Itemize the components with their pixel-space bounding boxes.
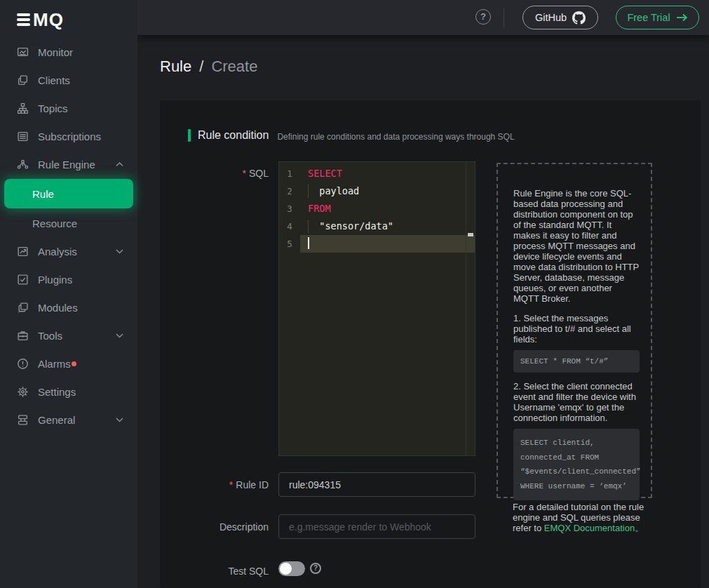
sidebar-item-label: General (38, 414, 75, 426)
editor-scrollbar[interactable] (466, 162, 475, 455)
rule-id-input[interactable] (278, 472, 475, 497)
general-icon (17, 414, 29, 426)
help-icon[interactable]: ? (475, 9, 491, 25)
breadcrumb-separator: / (199, 58, 203, 76)
github-button[interactable]: GitHub (522, 6, 598, 29)
sidebar-item-analysis[interactable]: Analysis (0, 237, 137, 265)
test-sql-label: Test SQL (160, 566, 269, 577)
top-header: ? GitHub Free Trial (137, 0, 709, 35)
help-step2-text: 2. Select the client connected event and… (513, 381, 640, 423)
sidebar: MQ Monitor Clients Topics Subscriptions (0, 0, 137, 588)
emq-logo[interactable]: MQ (0, 0, 137, 35)
modules-icon (17, 302, 29, 314)
sidebar-item-settings[interactable]: Settings (0, 377, 137, 406)
sql-code-editor[interactable]: 1 SELECT 2 payload 3 FROM 4 "sensor/data… (278, 161, 475, 456)
help-step1-text: 1. Select the messages published to t/# … (513, 313, 640, 345)
sidebar-item-label: Clients (38, 74, 70, 86)
breadcrumb: Rule / Create (160, 58, 257, 76)
sidebar-item-label: Modules (38, 302, 78, 314)
line-number: 2 (279, 182, 300, 200)
help-intro-text: Rule Engine is the core SQL-based data p… (513, 188, 640, 304)
editor-line-active: 5 (279, 235, 475, 253)
section-header: Rule condition Defining rule conditions … (188, 129, 515, 142)
chevron-down-icon (116, 417, 123, 422)
analysis-icon (17, 246, 29, 258)
description-input[interactable] (278, 514, 475, 539)
sidebar-item-label: Subscriptions (38, 131, 101, 142)
sidebar-item-label: Analysis (38, 246, 77, 258)
line-number: 1 (279, 165, 300, 182)
sidebar-item-plugins[interactable]: Plugins (0, 265, 137, 293)
free-trial-label: Free Trial (627, 12, 670, 23)
editor-line: 2 payload (279, 182, 475, 200)
sql-example-1: SELECT * FROM “t/#” (513, 350, 640, 373)
sidebar-item-rule-engine[interactable]: Rule Engine (0, 150, 137, 178)
sidebar-item-modules[interactable]: Modules (0, 293, 137, 321)
section-accent-bar (188, 129, 191, 142)
sql-example-2-line: WHERE username = ‘emqx’ (520, 479, 633, 494)
emqx-documentation-link[interactable]: EMQX Documentation。 (544, 523, 644, 533)
sidebar-nav: Monitor Clients Topics Subscriptions Rul (0, 38, 137, 434)
sql-example-2-line: “$events/client_connected” (520, 465, 633, 479)
section-title: Rule condition (198, 129, 269, 142)
required-asterisk: * (243, 168, 246, 179)
alarm-badge-dot (72, 361, 76, 366)
sidebar-item-monitor[interactable]: Monitor (0, 38, 137, 66)
alarms-icon (17, 358, 29, 370)
toggle-knob (280, 563, 292, 575)
sidebar-item-label: Plugins (38, 274, 72, 286)
arrow-right-icon (676, 13, 688, 22)
github-icon (572, 11, 586, 25)
chevron-down-icon (116, 333, 123, 338)
emq-logo-bars-icon (17, 13, 30, 26)
subscriptions-icon (17, 131, 29, 142)
section-subtitle: Defining rule conditions and data proces… (277, 130, 514, 142)
rule-create-card: Rule condition Defining rule conditions … (160, 100, 701, 588)
sidebar-item-label: Tools (38, 330, 62, 342)
sidebar-item-label: Settings (38, 386, 76, 398)
sidebar-item-alarms[interactable]: Alarms (0, 349, 137, 377)
rule-engine-help-panel: Rule Engine is the core SQL-based data p… (497, 163, 652, 498)
breadcrumb-create: Create (211, 58, 257, 76)
sidebar-item-tools[interactable]: Tools (0, 321, 137, 349)
sidebar-item-label: Topics (38, 102, 68, 114)
sidebar-item-resource[interactable]: Resource (0, 209, 137, 237)
editor-line: 1 SELECT (279, 165, 475, 182)
code-text (300, 235, 475, 253)
indent-guide (308, 185, 309, 198)
sidebar-item-label: Rule (32, 188, 54, 200)
breadcrumb-rule[interactable]: Rule (160, 58, 191, 76)
sql-field-label: *SQL (160, 168, 269, 179)
plugins-icon (17, 274, 29, 286)
rule-engine-icon (17, 159, 29, 171)
line-number: 3 (279, 200, 300, 218)
editor-line: 4 "sensor/data" (279, 218, 475, 235)
sidebar-item-topics[interactable]: Topics (0, 94, 137, 122)
header-divider (504, 8, 504, 27)
github-button-label: GitHub (535, 12, 567, 23)
sidebar-item-general[interactable]: General (0, 406, 137, 434)
code-text: payload (300, 182, 475, 200)
free-trial-button[interactable]: Free Trial (616, 6, 699, 29)
description-label: Description (160, 521, 269, 533)
sidebar-item-label: Rule Engine (38, 159, 95, 171)
line-number: 4 (279, 218, 300, 235)
sidebar-item-label: Resource (32, 218, 77, 229)
sidebar-item-rule[interactable]: Rule (4, 179, 133, 208)
test-sql-help-icon[interactable]: ? (310, 563, 321, 574)
tools-icon (17, 330, 29, 342)
chevron-up-icon (116, 162, 123, 167)
sidebar-item-clients[interactable]: Clients (0, 66, 137, 94)
text-cursor (308, 237, 309, 249)
editor-scrollbar-thumb[interactable] (468, 233, 473, 236)
required-asterisk: * (229, 479, 233, 490)
code-text: "sensor/data" (300, 218, 475, 235)
code-text: SELECT (300, 165, 475, 182)
line-number: 5 (279, 235, 300, 253)
rule-id-label: *Rule ID (160, 479, 269, 490)
sidebar-item-label: Monitor (38, 46, 73, 58)
sidebar-item-subscriptions[interactable]: Subscriptions (0, 122, 137, 150)
test-sql-toggle[interactable] (278, 561, 305, 576)
emq-logo-text: MQ (33, 9, 64, 31)
code-text: FROM (300, 200, 475, 218)
